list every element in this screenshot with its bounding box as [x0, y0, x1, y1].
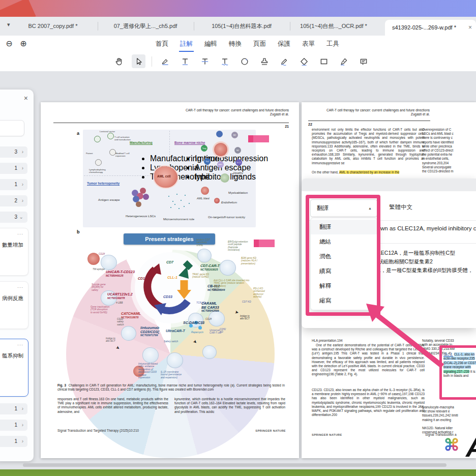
- menu-page[interactable]: 頁面: [253, 40, 266, 48]
- pink-rectangle-annotation-2[interactable]: [439, 345, 476, 400]
- pdf-page-21[interactable]: CAR-T cell therapy for cancer: current c…: [41, 102, 299, 458]
- annotation-sidebar: × 3› 1› 1› 2› 3⌄ ··· 數量增加 ··· 病例反應 ··· 髓…: [0, 90, 34, 461]
- fig-annotation: Suicide gene (RQR8) for safety: [92, 283, 106, 291]
- sidebar-count-row[interactable]: 1›: [0, 420, 27, 431]
- pink-highlight-annotation[interactable]: [248, 135, 269, 142]
- tab-document-3[interactable]: 105(1~4)自然科題本.pdf: [212, 17, 272, 36]
- fig-annotation: ER/Golgi-retention motif peptide (fratri…: [228, 241, 248, 252]
- head-rule: [308, 121, 430, 121]
- strikethrough-tool-icon[interactable]: [198, 54, 212, 68]
- running-head: CAR-T cell therapy for cancer: current c…: [277, 108, 430, 116]
- lsc-cell: [140, 188, 146, 194]
- antigen-cd7: CD7: [166, 260, 173, 264]
- select-tool-icon[interactable]: [132, 54, 145, 68]
- zoom-in-icon[interactable]: ⊕: [17, 38, 29, 50]
- tab-document-active[interactable]: s41392-025-...269-w.pdf * ×: [385, 20, 476, 36]
- sidebar-count-row[interactable]: 1›: [0, 163, 27, 174]
- car-t-cell: [197, 249, 212, 262]
- pink-arrow-annotation[interactable]: [351, 296, 453, 373]
- panel-a-label: a: [77, 131, 79, 136]
- more-icon[interactable]: ···: [17, 342, 23, 347]
- fig-annotation: bridge to allo-SCT: [240, 315, 250, 320]
- sidebar-count-row[interactable]: 2›: [0, 195, 27, 206]
- menu-home[interactable]: 首頁: [156, 40, 168, 48]
- target-language-label[interactable]: 繁體中文: [389, 203, 412, 211]
- lsc-cell: [136, 201, 141, 207]
- underline-tool-icon[interactable]: [178, 54, 192, 68]
- cytokine-cell: Th2: [204, 158, 211, 165]
- hand-tool-icon[interactable]: [112, 54, 126, 68]
- zoom-out-icon[interactable]: ⊖: [3, 38, 15, 50]
- tab-close-icon[interactable]: ×: [468, 20, 472, 36]
- hsc-cell: [220, 173, 229, 183]
- annotation-card-label: 病例反應: [2, 295, 23, 302]
- pink-highlight-annotation[interactable]: [254, 240, 275, 247]
- body-column-2: kynurenine, which contribute to a hostil…: [174, 397, 285, 414]
- col1-highlight-line: On the other hand, AML is characterized …: [312, 170, 425, 174]
- aml-cell-cluster: [214, 143, 227, 156]
- tab-document-2[interactable]: 07_選修化學上..._ch5.pdf: [114, 17, 177, 36]
- figure-3a: Lentiviral vector T cell activation and …: [83, 130, 256, 227]
- cycle-cell: [107, 133, 114, 139]
- more-icon[interactable]: ···: [17, 231, 23, 236]
- signature-tool-icon[interactable]: [337, 54, 350, 68]
- horizontal-scrollbar[interactable]: [23, 463, 447, 467]
- tab-document-4[interactable]: 105(1~4)自然..._OCR.pdf *: [300, 17, 367, 36]
- ink-tool-icon[interactable]: [277, 54, 291, 68]
- eraser-tool-icon[interactable]: [297, 54, 311, 68]
- car-t-cell: [167, 352, 183, 368]
- cytokine-cell: MSC: [217, 161, 224, 168]
- cycle-label: Patient: [86, 152, 93, 155]
- popup-header-band: [302, 178, 476, 191]
- menu-protect[interactable]: 保護: [278, 40, 290, 48]
- highlight-tool-icon[interactable]: [158, 54, 172, 68]
- stamp-tool-icon[interactable]: [257, 54, 271, 68]
- fig-label: AML blast: [197, 197, 210, 200]
- tumor-het-label: Tumor heterogeneity: [87, 182, 120, 185]
- sidebar-count-row[interactable]: 1›: [0, 436, 27, 447]
- menu-edit[interactable]: 編輯: [204, 40, 217, 48]
- watermark-letter: A: [466, 431, 476, 463]
- sidebar-close-icon[interactable]: ×: [24, 94, 28, 102]
- sidebar-search-input[interactable]: [0, 120, 24, 136]
- sidebar-count-row[interactable]: 3›: [0, 146, 27, 158]
- shape-rect-tool-icon[interactable]: [317, 54, 331, 68]
- fig-label: Endothelium: [221, 201, 237, 204]
- tab-document-1[interactable]: BC 2007_copy.pdf *: [28, 17, 77, 36]
- fig-label: Antigen escape: [98, 198, 120, 201]
- chevron-right-icon: ›: [22, 146, 23, 158]
- annotation-card[interactable]: ··· 數量增加: [0, 228, 28, 276]
- menu-form[interactable]: 表單: [302, 40, 315, 48]
- strategy-ucart: UCART123v1.2NCT03190278: [107, 292, 133, 300]
- tab-separator: [194, 22, 194, 31]
- squiggly-tool-icon[interactable]: [218, 54, 231, 68]
- note-tool-icon[interactable]: [356, 54, 370, 68]
- annotation-card-selected[interactable]: ··· 髓系抑制: [0, 339, 28, 397]
- sidebar-count-row[interactable]: 1›: [0, 179, 27, 190]
- menu-convert[interactable]: 轉換: [229, 40, 242, 48]
- yellow-highlight: AML is characterized by an increase in t…: [339, 170, 399, 174]
- annotation-card[interactable]: ··· 病例反應: [0, 281, 28, 329]
- annotation-card-label: 數量增加: [2, 242, 23, 249]
- fig-annotation: tandem CD7 nanobody VHH6: [196, 239, 210, 247]
- tab-overflow-icon[interactable]: ▾: [7, 21, 10, 28]
- lsc-cell: [143, 194, 149, 200]
- fig-annotation: TRAC gene KD (reduce GvHD): [192, 273, 209, 279]
- more-icon[interactable]: ···: [17, 285, 23, 290]
- fig-annotation: 4-1BB: [116, 302, 123, 304]
- sidebar-count-row[interactable]: 1›: [0, 403, 27, 414]
- menu-row: ⊖ ⊕ 首頁 註解 編輯 轉換 頁面 保護 表單 工具: [0, 36, 476, 52]
- col2-fragment-top: Overexpression of C LSCs and AML blast c…: [422, 128, 476, 173]
- divider: [378, 243, 476, 244]
- translation-result: LEC12A，是一種髓系抑制性C型 狀細胞相關C型凝集素2 1，是一種C型凝集素…: [378, 249, 476, 275]
- tab-separator: [290, 22, 290, 31]
- cytokine-cell: [216, 131, 223, 137]
- menu-tools[interactable]: 工具: [326, 40, 339, 48]
- fig-annotation: lintuzumab-based scFv: enhance recogniti…: [138, 363, 158, 379]
- fig-annotation: CD52 KD: [220, 328, 226, 334]
- cycle-cell: [95, 159, 102, 166]
- tab-separator: [98, 22, 98, 31]
- shape-ellipse-tool-icon[interactable]: [237, 54, 251, 68]
- sidebar-count-row[interactable]: 3⌄: [0, 212, 27, 223]
- menu-annotate[interactable]: 註解: [180, 40, 193, 48]
